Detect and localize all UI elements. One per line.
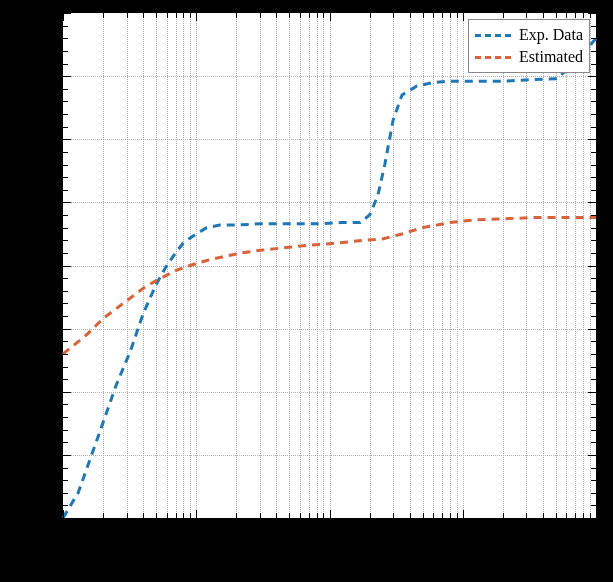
y-tick-minor (63, 26, 68, 27)
y-tick-minor (591, 480, 596, 481)
x-tick-major (196, 510, 197, 518)
y-tick-minor (63, 430, 68, 431)
y-tick-minor (63, 468, 68, 469)
y-tick-minor (63, 341, 68, 342)
y-tick-minor (591, 101, 596, 102)
x-tick-minor (167, 513, 168, 518)
x-tick-minor (323, 13, 324, 18)
series-exp-data (63, 38, 596, 518)
x-tick-minor (526, 513, 527, 518)
x-tick-minor (190, 513, 191, 518)
chart-container: Exp. DataEstimated Time [h] Oxide thickn… (0, 0, 613, 582)
y-tick-minor (63, 505, 68, 506)
x-tick-major (196, 13, 197, 21)
y-tick-minor (63, 367, 68, 368)
y-tick-minor (63, 114, 68, 115)
y-tick-minor (63, 89, 68, 90)
y-tick-minor (591, 354, 596, 355)
x-tick-label: 10⁰ (47, 521, 77, 540)
x-tick-minor (410, 513, 411, 518)
y-tick-label: 1.0 (24, 381, 56, 399)
y-tick-minor (591, 190, 596, 191)
x-tick-minor (583, 13, 584, 18)
x-tick-minor (450, 13, 451, 18)
y-tick-minor (591, 89, 596, 90)
x-tick-minor (556, 13, 557, 18)
x-tick-minor (583, 513, 584, 518)
y-tick-major (588, 518, 596, 519)
legend-row: Exp. Data (475, 24, 583, 46)
x-tick-minor (143, 13, 144, 18)
y-tick-major (588, 329, 596, 330)
y-tick-major (588, 392, 596, 393)
x-tick-minor (156, 513, 157, 518)
y-tick-minor (591, 379, 596, 380)
y-tick-minor (63, 228, 68, 229)
y-tick-minor (63, 152, 68, 153)
y-tick-minor (591, 430, 596, 431)
x-tick-minor (503, 13, 504, 18)
plot-area: Exp. DataEstimated (62, 12, 597, 519)
x-tick-minor (309, 513, 310, 518)
y-tick-minor (63, 101, 68, 102)
x-tick-minor (423, 513, 424, 518)
y-tick-minor (591, 165, 596, 166)
x-tick-minor (457, 513, 458, 518)
y-tick-minor (591, 253, 596, 254)
y-tick-minor (63, 177, 68, 178)
y-tick-minor (63, 404, 68, 405)
y-tick-minor (591, 215, 596, 216)
y-tick-label: 4.0 (24, 2, 56, 20)
x-tick-minor (183, 513, 184, 518)
x-tick-major (463, 13, 464, 21)
x-tick-major (330, 13, 331, 21)
x-tick-major (63, 510, 64, 518)
x-tick-minor (276, 13, 277, 18)
x-tick-minor (260, 513, 261, 518)
x-tick-minor (300, 513, 301, 518)
y-tick-major (588, 139, 596, 140)
y-tick-label: 3.0 (24, 128, 56, 146)
y-tick-minor (63, 51, 68, 52)
x-tick-major (596, 510, 597, 518)
y-tick-minor (591, 228, 596, 229)
x-tick-major (63, 13, 64, 21)
x-tick-minor (410, 13, 411, 18)
legend-row: Estimated (475, 46, 583, 68)
x-tick-minor (393, 13, 394, 18)
y-tick-minor (63, 240, 68, 241)
y-tick-label: 3.5 (24, 65, 56, 83)
y-tick-minor (63, 379, 68, 380)
y-tick-minor (591, 417, 596, 418)
y-tick-minor (591, 291, 596, 292)
x-tick-minor (309, 13, 310, 18)
y-tick-minor (591, 442, 596, 443)
series-estimated (63, 218, 596, 354)
y-tick-minor (63, 165, 68, 166)
x-tick-minor (590, 13, 591, 18)
x-tick-minor (556, 513, 557, 518)
x-tick-minor (103, 513, 104, 518)
x-tick-minor (503, 513, 504, 518)
x-tick-minor (300, 13, 301, 18)
x-tick-minor (433, 13, 434, 18)
y-tick-minor (591, 493, 596, 494)
y-tick-minor (63, 493, 68, 494)
x-tick-minor (103, 13, 104, 18)
x-tick-minor (317, 13, 318, 18)
x-tick-minor (457, 13, 458, 18)
y-tick-label: 2.5 (24, 191, 56, 209)
y-tick-minor (591, 505, 596, 506)
x-tick-major (330, 510, 331, 518)
y-tick-minor (591, 240, 596, 241)
y-tick-label: 2.0 (24, 255, 56, 273)
y-tick-major (63, 329, 71, 330)
y-tick-minor (63, 278, 68, 279)
legend-swatch (475, 56, 511, 59)
x-tick-label: 10³ (447, 521, 477, 539)
y-tick-minor (591, 341, 596, 342)
y-tick-major (63, 13, 71, 14)
legend-label: Estimated (519, 48, 583, 66)
y-tick-major (588, 455, 596, 456)
y-tick-major (63, 202, 71, 203)
